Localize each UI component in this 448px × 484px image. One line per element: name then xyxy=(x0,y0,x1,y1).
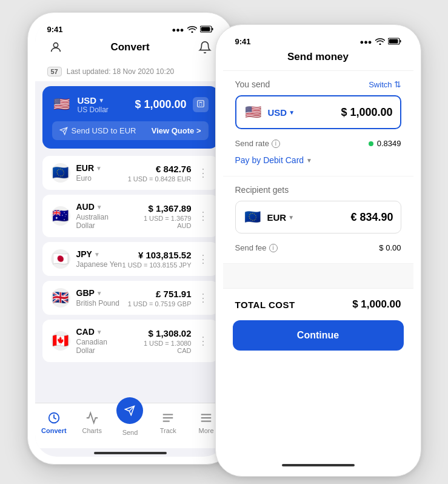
battery-icon xyxy=(200,25,213,34)
last-updated-bar: 57 Last updated: 18 Nov 2020 10:20 xyxy=(35,63,226,81)
send-fee-info-icon[interactable]: i xyxy=(269,244,278,252)
home-indicator-1 xyxy=(94,452,167,454)
send-rate-label: Send rate i xyxy=(235,139,280,148)
send-amount-input[interactable]: $ 1,000.00 xyxy=(341,106,392,119)
currency-item[interactable]: 🇬🇧 GBP ▼ British Pound £ 751.91 1 USD = … xyxy=(42,281,218,315)
send-rate-row: Send rate i 0.8349 xyxy=(235,135,401,152)
tab-charts[interactable]: Charts xyxy=(73,410,111,434)
eur-code-recipient: EUR ▼ xyxy=(267,212,295,223)
currency-name-cad: Canadian Dollar xyxy=(76,338,129,355)
you-send-section: You send Switch ⇅ 🇺🇸 USD xyxy=(223,71,413,176)
amount-jpy: ¥ 103,815.52 xyxy=(122,250,191,260)
amount-cad: $ 1,308.02 xyxy=(128,328,191,338)
signal-icon-2: ●●● xyxy=(360,38,372,45)
usd-code-send: USD ▼ xyxy=(268,107,295,118)
currency-name-gbp: British Pound xyxy=(76,299,119,308)
pay-by-row[interactable]: Pay by Debit Card ▼ xyxy=(235,152,401,169)
send-rate-info-icon[interactable]: i xyxy=(272,139,280,148)
more-dots-eur[interactable]: ⋮ xyxy=(196,166,210,180)
send-tab-icon xyxy=(116,397,143,424)
currency-item-left: 🇨🇦 CAD ▼ Canadian Dollar xyxy=(51,327,129,355)
tab-track[interactable]: Track xyxy=(149,410,187,434)
send-usd-label: Send USD to EUR xyxy=(59,126,136,135)
currency-item[interactable]: 🇪🇺 EUR ▼ Euro € 842.76 1 USD = 0.8428 EU… xyxy=(42,156,218,190)
more-dots-aud[interactable]: ⋮ xyxy=(196,209,210,223)
track-tab-label: Track xyxy=(160,427,176,434)
phones-container: 9:41 ●●● xyxy=(27,12,421,477)
convert-header: Convert xyxy=(35,36,226,63)
time-1: 9:41 xyxy=(47,25,63,34)
currency-item-right: $ 1,308.02 1 USD = 1.3080 CAD ⋮ xyxy=(128,328,209,354)
flag-eur: 🇪🇺 xyxy=(51,163,70,183)
continue-button[interactable]: Continue xyxy=(233,320,404,351)
rate-cad: 1 USD = 1.3080 CAD xyxy=(128,340,191,354)
svg-rect-1 xyxy=(212,28,213,30)
currency-item-left: 🇦🇺 AUD ▼ Australian Dollar xyxy=(51,202,129,230)
rate-eur: 1 USD = 0.8428 EUR xyxy=(128,175,192,183)
convert-title: Convert xyxy=(64,41,196,53)
total-cost-section: TOTAL COST $ 1,000.00 xyxy=(223,288,413,320)
switch-button[interactable]: Switch ⇅ xyxy=(369,79,401,89)
more-dots-jpy[interactable]: ⋮ xyxy=(196,252,210,266)
currency-item-right: ¥ 103,815.52 1 USD = 103.8155 JPY ⋮ xyxy=(122,250,209,269)
send-quote-row[interactable]: Send USD to EUR View Quote > xyxy=(52,121,209,140)
flag-usd-main: 🇺🇸 xyxy=(52,95,72,114)
currency-item-right: £ 751.91 1 USD = 0.7519 GBP ⋮ xyxy=(128,289,210,308)
currency-code-cad: CAD ▼ xyxy=(76,327,129,337)
total-cost-label: TOTAL COST xyxy=(235,300,295,310)
tab-bar: Convert Charts xyxy=(35,403,226,448)
time-2: 9:41 xyxy=(235,37,251,46)
svg-point-3 xyxy=(53,43,58,47)
flag-gbp: 🇬🇧 xyxy=(51,288,70,308)
flag-usd-send: 🇺🇸 xyxy=(244,103,263,122)
currency-item[interactable]: 🇨🇦 CAD ▼ Canadian Dollar $ 1,308.02 1 US… xyxy=(42,320,218,362)
main-currency-card[interactable]: 🇺🇸 USD ▼ US Dollar $ 1,000. xyxy=(42,86,218,149)
svg-rect-22 xyxy=(400,40,401,42)
main-currency-code: USD ▼ xyxy=(78,95,109,106)
currency-name-aud: Australian Dollar xyxy=(76,213,129,230)
view-quote-btn[interactable]: View Quote > xyxy=(152,126,201,135)
recipient-input-row[interactable]: 🇪🇺 EUR ▼ € 834.90 xyxy=(235,201,401,234)
update-badge: 57 xyxy=(47,67,62,76)
amount-gbp: £ 751.91 xyxy=(128,289,192,299)
rate-jpy: 1 USD = 103.8155 JPY xyxy=(122,261,191,269)
pay-by-chevron-icon: ▼ xyxy=(306,157,312,164)
currency-selector-usd[interactable]: 🇺🇸 USD ▼ xyxy=(244,103,295,122)
svg-rect-23 xyxy=(389,39,398,43)
battery-icon-2 xyxy=(388,38,401,46)
amount-aud: $ 1,367.89 xyxy=(129,203,191,213)
currency-name-eur: Euro xyxy=(76,174,102,183)
tab-convert[interactable]: Convert xyxy=(35,410,73,434)
you-send-input-row[interactable]: 🇺🇸 USD ▼ $ 1,000.00 xyxy=(235,95,401,129)
send-fee-row: Send fee i $ 0.00 xyxy=(235,240,401,256)
more-dots-cad[interactable]: ⋮ xyxy=(196,334,210,348)
signal-icon: ●●● xyxy=(172,26,184,33)
user-icon[interactable] xyxy=(47,39,64,56)
currency-item-left: 🇯🇵 JPY ▼ Japanese Yen xyxy=(51,249,122,269)
rate-aud: 1 USD = 1.3679 AUD xyxy=(129,215,191,229)
currency-name-jpy: Japanese Yen xyxy=(76,260,122,269)
last-updated-text: Last updated: 18 Nov 2020 10:20 xyxy=(67,67,174,76)
main-currency-name: US Dollar xyxy=(78,106,109,114)
tab-send[interactable]: Send xyxy=(111,408,149,436)
more-tab-label: More xyxy=(199,427,214,434)
status-icons-2: ●●● xyxy=(360,38,401,46)
phone-send-money: 9:41 ●●● xyxy=(215,24,421,477)
currency-selector-eur[interactable]: 🇪🇺 EUR ▼ xyxy=(243,207,295,227)
convert-tab-icon xyxy=(46,410,62,426)
track-tab-icon xyxy=(160,410,176,426)
phone-convert: 9:41 ●●● xyxy=(27,12,233,465)
send-rate-value: 0.8349 xyxy=(369,139,401,148)
currency-item-right: $ 1,367.89 1 USD = 1.3679 AUD ⋮ xyxy=(129,203,209,229)
currency-item[interactable]: 🇯🇵 JPY ▼ Japanese Yen ¥ 103,815.52 1 USD… xyxy=(42,242,218,276)
amount-eur: € 842.76 xyxy=(128,164,192,174)
calculator-icon[interactable] xyxy=(193,97,209,112)
pay-by-label: Pay by Debit Card ▼ xyxy=(235,155,313,165)
currency-item-left: 🇬🇧 GBP ▼ British Pound xyxy=(51,288,119,308)
send-money-title: Send money xyxy=(252,51,384,63)
status-icons-1: ●●● xyxy=(172,25,213,34)
currency-item[interactable]: 🇦🇺 AUD ▼ Australian Dollar $ 1,367.89 1 … xyxy=(42,195,218,237)
more-dots-gbp[interactable]: ⋮ xyxy=(196,291,210,304)
convert-content: 🇺🇸 USD ▼ US Dollar $ 1,000. xyxy=(35,86,226,403)
bell-icon[interactable] xyxy=(196,39,213,56)
